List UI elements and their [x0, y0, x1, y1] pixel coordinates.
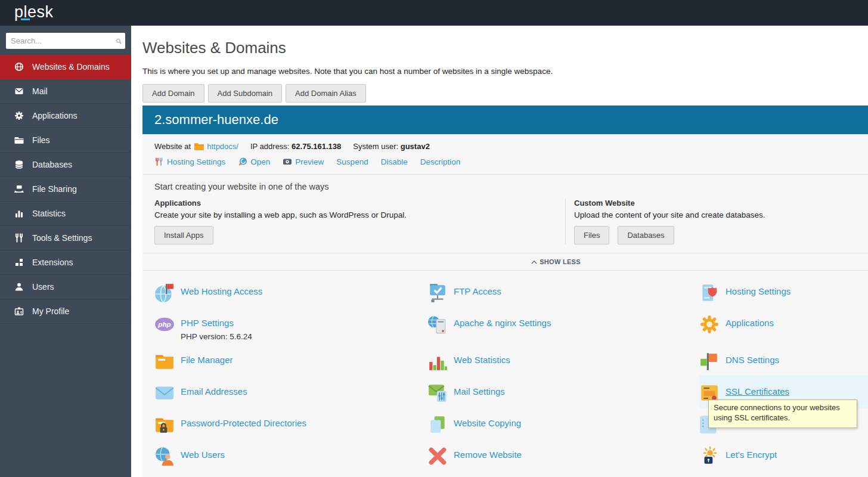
sidebar-item-label: Databases	[32, 160, 72, 169]
tool-link[interactable]: Web Statistics	[454, 355, 510, 365]
files-button[interactable]: Files	[574, 226, 609, 244]
tool-link[interactable]: SSL Certificates	[726, 386, 789, 397]
plesk-logo[interactable]: plesk	[14, 3, 54, 21]
remove-website-icon[interactable]	[427, 446, 448, 466]
apache-nginx-icon[interactable]	[427, 314, 448, 334]
blocks-icon	[14, 258, 24, 267]
main-content: Websites & Domains This is where you set…	[131, 26, 868, 477]
tool-link[interactable]: Hosting Settings	[726, 286, 790, 296]
ip-value: 62.75.161.138	[292, 142, 341, 151]
tool-link[interactable]: Let's Encrypt	[726, 450, 777, 460]
sidebar-item-databases[interactable]: Databases	[0, 153, 131, 177]
disable-link[interactable]: Disable	[381, 157, 408, 166]
file-manager-folder-icon[interactable]	[154, 351, 175, 371]
plesk-logo-text: plesk	[14, 3, 54, 21]
tool-lets-encrypt[interactable]: Let's Encrypt	[699, 440, 868, 472]
tool-ftp-access[interactable]: FTP Access	[427, 277, 699, 308]
description-link[interactable]: Description	[420, 157, 461, 166]
sidebar-item-applications[interactable]: Applications	[0, 104, 131, 128]
tool-link[interactable]: Email Addresses	[181, 386, 247, 397]
domain-name: 2.sommer-huenxe.de	[154, 112, 278, 128]
ftp-access-icon[interactable]	[427, 283, 448, 303]
tool-link[interactable]: Web Hosting Access	[181, 286, 262, 296]
dns-settings-icon[interactable]	[699, 351, 720, 371]
domain-links-row: Hosting Settings Open	[142, 151, 868, 175]
tool-remove-website[interactable]: Remove Website	[427, 440, 699, 472]
tool-website-copying[interactable]: Website Copying	[427, 408, 699, 440]
tool-mail-settings[interactable]: Mail Settings	[427, 377, 699, 408]
tool-link[interactable]: Mail Settings	[454, 386, 505, 397]
sidebar-item-mail[interactable]: Mail	[0, 79, 131, 104]
tool-link[interactable]: Web Users	[181, 450, 225, 460]
tool-password-protected-directories[interactable]: Password-Protected Directories	[154, 408, 427, 440]
tool-web-hosting-access[interactable]: Web Hosting Access	[154, 277, 427, 308]
web-statistics-icon[interactable]	[427, 351, 448, 371]
sidebar-item-extensions[interactable]: Extensions	[0, 250, 131, 275]
tool-link[interactable]: Password-Protected Directories	[181, 418, 306, 428]
sidebar-item-tools-settings[interactable]: Tools & Settings	[0, 226, 131, 250]
tool-apache-nginx-settings[interactable]: Apache & nginx Settings	[427, 308, 699, 345]
tool-link[interactable]: PHP Settings	[181, 318, 234, 328]
password-protected-directories-icon[interactable]	[154, 414, 175, 435]
wrenches-icon	[14, 233, 24, 243]
web-hosting-access-icon[interactable]	[154, 283, 175, 303]
add-domain-alias-button[interactable]: Add Domain Alias	[286, 84, 366, 103]
system-user-label: System user:	[353, 142, 398, 151]
page-subtitle: This is where you set up and manage webs…	[142, 67, 868, 76]
search-input[interactable]	[11, 36, 116, 45]
tool-link[interactable]: FTP Access	[454, 286, 501, 296]
custom-website-title: Custom Website	[574, 199, 868, 207]
tool-link[interactable]: Website Copying	[454, 418, 521, 428]
email-addresses-icon[interactable]	[154, 383, 175, 403]
preview-link[interactable]: Preview	[283, 157, 324, 166]
sidebar-item-statistics[interactable]: Statistics	[0, 202, 131, 226]
applications-title: Applications	[154, 199, 565, 207]
show-less-toggle[interactable]: SHOW LESS	[142, 253, 868, 271]
tool-web-statistics[interactable]: Web Statistics	[427, 345, 699, 377]
hosting-settings-link[interactable]: Hosting Settings	[154, 157, 225, 166]
svg-text:php: php	[157, 320, 170, 328]
tool-file-manager[interactable]: File Manager	[154, 345, 427, 377]
sidebar-item-files[interactable]: Files	[0, 128, 131, 153]
folder-mini-icon	[194, 143, 204, 150]
tool-link[interactable]: DNS Settings	[726, 355, 779, 365]
page-actions: Add Domain Add Subdomain Add Domain Alia…	[142, 84, 868, 103]
tool-link[interactable]: File Manager	[181, 355, 233, 365]
sidebar-item-websites-domains[interactable]: Websites & Domains	[0, 55, 131, 79]
tool-link[interactable]: Applications	[726, 318, 774, 328]
suspend-link[interactable]: Suspend	[336, 157, 368, 166]
mail-settings-icon[interactable]	[427, 383, 448, 403]
sidebar-item-users[interactable]: Users	[0, 275, 131, 299]
hosting-settings-icon[interactable]	[699, 283, 720, 303]
add-domain-button[interactable]: Add Domain	[142, 84, 204, 103]
lets-encrypt-icon[interactable]	[699, 446, 720, 466]
web-users-icon[interactable]	[154, 446, 175, 466]
tool-email-addresses[interactable]: Email Addresses	[154, 377, 427, 408]
custom-website-desc: Upload the content of your site and crea…	[574, 210, 868, 219]
php-icon[interactable]: php	[154, 314, 175, 334]
httpdocs-link[interactable]: httpdocs/	[207, 142, 238, 151]
tool-php-settings[interactable]: php PHP Settings PHP version: 5.6.24	[154, 308, 427, 345]
applications-column: Applications Create your site by install…	[154, 199, 565, 244]
domain-card: 2.sommer-huenxe.de Website at httpdocs/ …	[142, 106, 868, 477]
tool-dns-settings[interactable]: DNS Settings	[699, 345, 868, 377]
search-icon[interactable]	[116, 36, 122, 46]
sidebar-item-label: Extensions	[32, 258, 73, 267]
website-copying-icon[interactable]	[427, 414, 448, 435]
sidebar-item-label: My Profile	[32, 306, 69, 316]
tool-web-users[interactable]: Web Users	[154, 440, 427, 472]
tools-icon	[154, 157, 164, 166]
sidebar-item-my-profile[interactable]: My Profile	[0, 299, 131, 324]
open-link[interactable]: Open	[238, 157, 270, 166]
add-subdomain-button[interactable]: Add Subdomain	[208, 84, 283, 103]
tool-link[interactable]: Apache & nginx Settings	[454, 318, 551, 328]
sidebar-item-label: Mail	[32, 86, 48, 96]
page-title: Websites & Domains	[142, 39, 868, 57]
tool-hosting-settings[interactable]: Hosting Settings	[699, 277, 868, 308]
sidebar-item-file-sharing[interactable]: File Sharing	[0, 177, 131, 202]
tool-link[interactable]: Remove Website	[454, 450, 522, 460]
applications-gear-icon[interactable]	[699, 314, 720, 334]
tool-applications[interactable]: Applications	[699, 308, 868, 345]
install-apps-button[interactable]: Install Apps	[154, 226, 213, 244]
databases-button[interactable]: Databases	[618, 226, 674, 244]
